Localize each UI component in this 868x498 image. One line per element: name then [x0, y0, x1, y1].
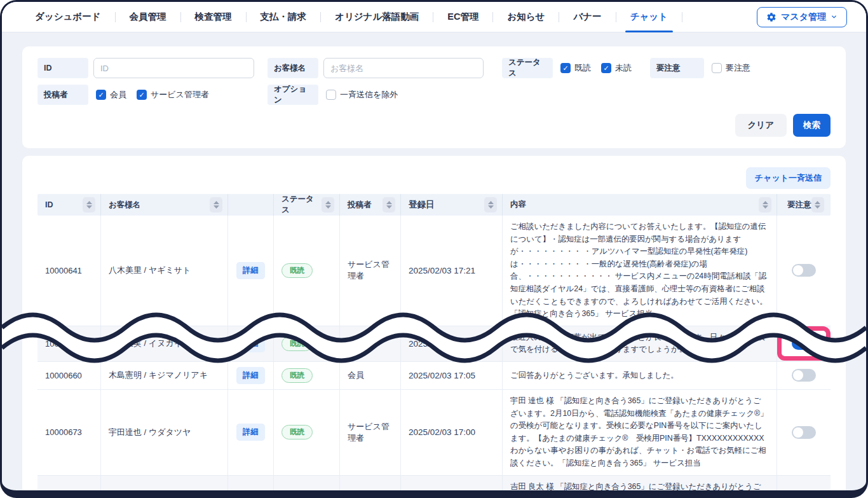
caution-checkbox[interactable]: 要注意	[712, 62, 750, 74]
col-header-content: 内容	[510, 198, 526, 211]
nav-billing[interactable]: 支払・請求	[247, 2, 321, 32]
detail-button[interactable]: 詳細	[236, 424, 265, 441]
row-id: 10000673	[37, 390, 101, 475]
nav-news[interactable]: お知らせ	[493, 2, 559, 32]
caution-toggle-on[interactable]	[792, 337, 816, 350]
row-content: 最近人の名前や言葉が出てこないことが良くあります。日々の生活習慣で気を付けるべき…	[503, 326, 777, 361]
search-button[interactable]: 検索	[793, 114, 831, 137]
col-header-id: ID	[45, 200, 53, 209]
col-header-date: 登録日	[409, 199, 435, 211]
table-row: 10000673 宇田達也 / ウダタツヤ 詳細 既読 サービス管理者 2025…	[37, 390, 831, 476]
exclude-broadcast-label: 一斉送信を除外	[340, 89, 398, 100]
chat-table: ID お客様名 ステータス 投稿者 登録日 内容 要注意	[37, 194, 831, 498]
search-filter-panel: ID お客様名 ステータス ✓ 既読 ✓ 未読	[22, 46, 846, 148]
chevron-down-icon	[831, 13, 837, 20]
row-id: 10000674	[37, 476, 101, 498]
status-filter-label: ステータス	[502, 58, 553, 78]
table-row: 10000661 犬飼優実 / イヌカイユウミ 詳細 既読 会員 2025/02…	[37, 326, 831, 362]
caution-toggle-off[interactable]	[792, 264, 816, 277]
sort-icon[interactable]	[210, 197, 222, 212]
row-customer-name: 宇田達也 / ウダタツヤ	[101, 390, 228, 475]
row-content: ご相談いただきました内容についてお答えいたします。【認知症の遺伝について】・認知…	[503, 216, 777, 326]
caution-toggle-off[interactable]	[792, 426, 816, 439]
caution-toggle-off[interactable]	[792, 369, 816, 382]
exclude-broadcast-checkbox[interactable]: 一斉送信を除外	[326, 89, 398, 100]
nav-exams[interactable]: 検査管理	[181, 2, 246, 32]
master-admin-label: マスタ管理	[781, 11, 826, 23]
row-poster: 会員	[340, 326, 401, 361]
sort-icon[interactable]	[83, 197, 95, 212]
row-id: 10000661	[37, 326, 101, 361]
app-window: ダッシュボード 会員管理 検査管理 支払・請求 オリジナル落語動画 EC管理 お…	[0, 0, 868, 498]
row-date: 2025/02/03 17:05	[401, 362, 503, 389]
row-poster: サービス管理者	[340, 390, 401, 475]
nav-rakugo-videos[interactable]: オリジナル落語動画	[321, 2, 433, 32]
customer-name-filter-label: お客様名	[268, 58, 318, 78]
chat-list-panel: チャット一斉送信 ID お客様名 ステータス 投稿者 登録日	[22, 156, 846, 498]
nav-members[interactable]: 会員管理	[116, 2, 180, 32]
detail-button[interactable]: 詳細	[236, 367, 265, 384]
col-header-status: ステータス	[281, 194, 322, 216]
table-header-row: ID お客様名 ステータス 投稿者 登録日 内容 要注意	[37, 194, 831, 216]
nav-dashboard[interactable]: ダッシュボード	[21, 2, 115, 32]
status-badge-read: 既読	[281, 263, 313, 278]
status-badge-read: 既読	[281, 368, 313, 383]
clear-button[interactable]: クリア	[735, 114, 787, 137]
detail-button[interactable]: 詳細	[236, 262, 265, 279]
detail-button[interactable]: 詳細	[236, 335, 265, 352]
nav-separator	[682, 12, 682, 22]
id-input[interactable]	[93, 58, 254, 78]
checkbox-checked-icon[interactable]: ✓	[560, 63, 571, 73]
status-badge-read: 既読	[281, 336, 313, 351]
nav-ec[interactable]: EC管理	[433, 2, 492, 32]
row-date: 2025/02/03 17:00	[401, 390, 503, 475]
chat-broadcast-button[interactable]: チャット一斉送信	[746, 167, 831, 189]
row-date: 2025/02/03 17:07	[401, 326, 503, 361]
table-row: 10000660 木島憲明 / キジマノリアキ 詳細 既読 会員 2025/02…	[37, 362, 831, 390]
status-unread-checkbox[interactable]: ✓ 未読	[601, 62, 632, 74]
nav-banner[interactable]: バナー	[559, 2, 615, 32]
row-poster: サービス管理者	[340, 216, 401, 326]
row-poster: サービス管理者	[340, 476, 401, 498]
row-customer-name: 犬飼優実 / イヌカイユウミ	[101, 326, 228, 361]
row-date: 2025/02/03 17:21	[401, 216, 503, 326]
gear-icon	[766, 12, 776, 22]
col-header-poster: 投稿者	[348, 200, 372, 211]
row-date: 2025/02/03 16:59	[401, 476, 503, 498]
status-badge-read: 既読	[281, 425, 313, 439]
row-poster: 会員	[340, 362, 401, 389]
top-navbar: ダッシュボード 会員管理 検査管理 支払・請求 オリジナル落語動画 EC管理 お…	[2, 2, 866, 32]
row-content: 宇田 達也 様 「認知症と向き合う365」にご登録いただきありがとうございます。…	[503, 390, 777, 475]
id-filter-label: ID	[37, 58, 88, 78]
sort-icon[interactable]	[383, 197, 395, 212]
sort-icon[interactable]	[811, 197, 824, 212]
col-header-caution: 要注意	[787, 200, 811, 211]
sort-icon[interactable]	[759, 197, 771, 212]
status-read-label: 既読	[574, 62, 591, 74]
master-admin-button[interactable]: マスタ管理	[757, 7, 847, 27]
table-row: 10000641 八木美里 / ヤギミサト 詳細 既読 サービス管理者 2025…	[37, 216, 831, 326]
row-content: ご回答ありがとうございます。承知しました。	[503, 362, 777, 389]
table-row: 10000674 吉田良太 / ヨシダリョウタ 詳細 未読 サービス管理者 20…	[37, 476, 831, 498]
row-content: 吉田 良太 様 「認知症と向き合う365」にご登録いただきありがとうございます。…	[503, 476, 777, 498]
poster-admin-label: サービス管理者	[151, 89, 209, 100]
poster-member-checkbox[interactable]: ✓ 会員	[96, 89, 126, 100]
caution-filter-label: 要注意	[650, 58, 704, 78]
nav-chat-active[interactable]: チャット	[616, 2, 682, 32]
checkbox-checked-icon[interactable]: ✓	[137, 90, 147, 100]
checkbox-unchecked-icon[interactable]	[326, 90, 336, 100]
customer-name-input[interactable]	[323, 58, 484, 78]
checkbox-checked-icon[interactable]: ✓	[96, 90, 106, 100]
sort-icon[interactable]	[322, 197, 334, 212]
sort-icon[interactable]	[484, 197, 497, 212]
checkbox-unchecked-icon[interactable]	[712, 63, 722, 73]
option-filter-label: オプション	[268, 85, 318, 105]
caution-checkbox-label: 要注意	[726, 62, 750, 74]
status-unread-label: 未読	[615, 62, 632, 74]
highlight-annotation	[777, 326, 831, 361]
row-customer-name: 吉田良太 / ヨシダリョウタ	[101, 476, 228, 498]
status-read-checkbox[interactable]: ✓ 既読	[560, 62, 591, 74]
col-header-customer: お客様名	[109, 200, 140, 211]
poster-admin-checkbox[interactable]: ✓ サービス管理者	[137, 89, 209, 100]
checkbox-checked-icon[interactable]: ✓	[601, 63, 611, 73]
